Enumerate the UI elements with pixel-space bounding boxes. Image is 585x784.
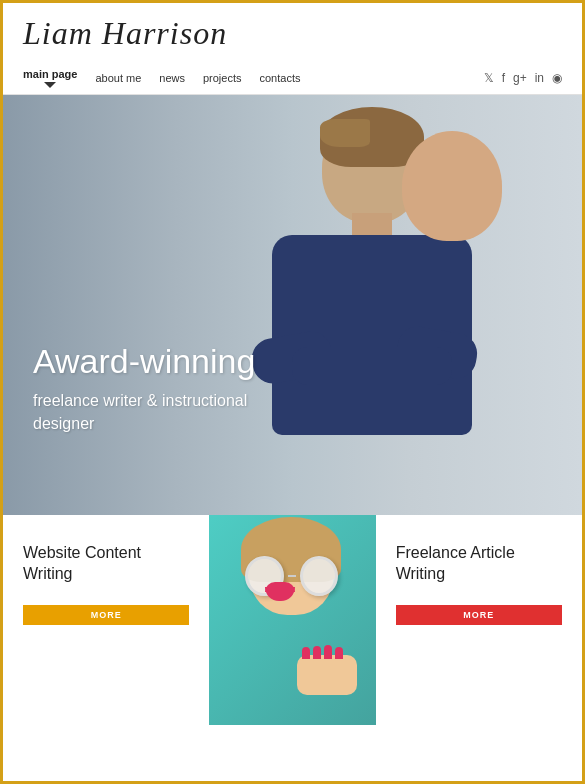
person-forearm [292,347,452,385]
hero-subline: freelance writer & instructional designe… [33,390,253,435]
social-icons-group: 𝕏 f g+ in ◉ [484,71,562,85]
hero-headline: Award-winning [33,341,255,382]
card-right-more-button[interactable]: MORE [396,605,562,625]
card-right-title: Freelance Article Writing [396,543,562,585]
nav-link-contacts[interactable]: contacts [260,72,301,84]
lady-nail-3 [324,645,332,659]
person-hair-front [320,119,370,147]
person-face [402,131,502,241]
lady-nail-2 [313,646,321,659]
twitter-icon[interactable]: 𝕏 [484,71,494,85]
hero-text-block: Award-winning freelance writer & instruc… [33,341,255,435]
card-image-lady [209,515,375,725]
nav-link-main[interactable]: main page [23,68,77,80]
hero-person-figure [242,95,522,515]
lady-hand [297,655,357,695]
lady-inner [227,515,357,725]
nav-link-projects[interactable]: projects [203,72,242,84]
nav-link-news[interactable]: news [159,72,185,84]
card-website-writing: Website Content Writing MORE [3,515,209,725]
lady-lens-right [300,556,338,596]
nav-link-about[interactable]: about me [95,72,141,84]
nav-links: main page about me news projects contact… [23,68,300,88]
googleplus-icon[interactable]: g+ [513,71,527,85]
rss-icon[interactable]: ◉ [552,71,562,85]
card-left-title: Website Content Writing [23,543,189,585]
card-article-writing: Freelance Article Writing MORE [376,515,582,725]
site-title: Liam Harrison [23,15,562,60]
lady-figure [209,515,375,725]
lady-nail-4 [335,647,343,659]
cards-section: Website Content Writing MORE [3,515,582,725]
lady-glasses-bridge [288,575,297,577]
site-header: Liam Harrison main page about me news pr… [3,3,582,95]
main-nav: main page about me news projects contact… [23,60,562,94]
nav-item-main-page[interactable]: main page [23,68,77,88]
card-left-more-button[interactable]: MORE [23,605,189,625]
lady-nail-1 [302,647,310,659]
linkedin-icon[interactable]: in [535,71,544,85]
facebook-icon[interactable]: f [502,71,505,85]
nav-active-indicator [44,82,56,88]
hero-section: Award-winning freelance writer & instruc… [3,95,582,515]
